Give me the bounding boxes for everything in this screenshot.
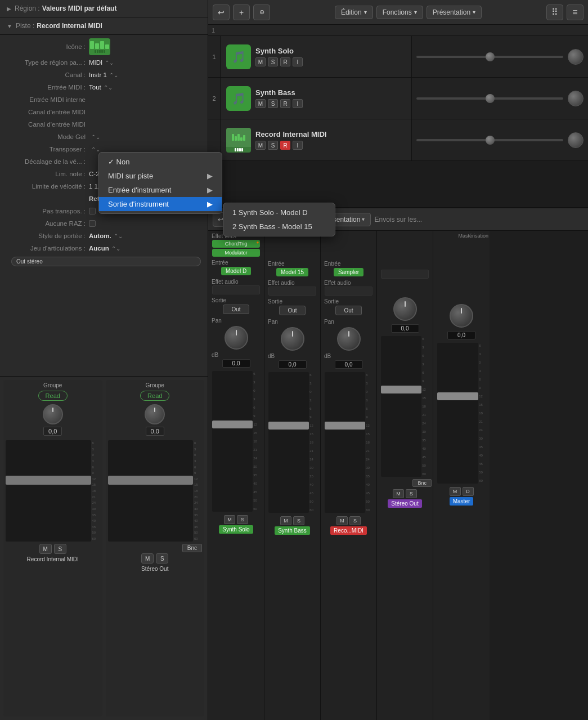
ch-name-3[interactable]: Reco...MIDI (330, 526, 367, 535)
add-btn[interactable]: + (233, 5, 250, 20)
sortie-badge-3[interactable]: Out (335, 306, 361, 315)
left-ch1-pan-knob[interactable] (43, 404, 63, 424)
ch-name-1[interactable]: Synth Solo (219, 525, 253, 534)
track3-r-btn[interactable]: R (280, 141, 290, 150)
presentation-btn[interactable]: Présentation ▾ (427, 6, 482, 19)
m-btn-4[interactable]: M (393, 489, 404, 498)
track1-fader[interactable] (416, 56, 563, 58)
ch-name-4[interactable]: Stéreo Out (388, 499, 421, 508)
m-btn-2[interactable]: M (280, 516, 291, 525)
track3-fader-knob[interactable] (486, 136, 495, 145)
ch-name-2[interactable]: Synth Bass (275, 526, 310, 535)
list-btn[interactable]: ≡ (567, 5, 583, 20)
left-ch2-scale: 6 3 0 3 6 9 12 15 18 21 24 30 35 40 45 5… (194, 440, 202, 542)
left-ch1-read-badge[interactable]: Read (38, 391, 68, 401)
left-ch2-m-btn[interactable]: M (141, 553, 154, 564)
track1-r-btn[interactable]: R (280, 57, 290, 66)
left-ch2-fader-track[interactable] (108, 440, 194, 542)
left-ch1-fader-track[interactable] (6, 440, 91, 542)
track3-m-btn[interactable]: M (255, 141, 266, 150)
track2-pan-knob[interactable] (568, 91, 583, 106)
track3-fader[interactable] (416, 139, 563, 141)
track1-m-btn[interactable]: M (255, 57, 266, 66)
m-btn-1[interactable]: M (224, 515, 235, 524)
track2-fader[interactable] (416, 97, 563, 100)
back-btn[interactable]: ↩ (213, 5, 230, 20)
left-ch2-pan-knob[interactable] (145, 404, 165, 424)
plugin-chordtrig[interactable]: ChordTrig (212, 240, 261, 248)
track2-i-btn[interactable]: I (293, 99, 303, 108)
submenu-item-2[interactable]: 2 Synth Bass - Model 15 (223, 220, 335, 234)
track2-fader-knob[interactable] (486, 94, 495, 103)
entree-badge-1[interactable]: Model D (221, 267, 251, 275)
envois-label: Envois sur les... (374, 216, 422, 223)
aucune-raz-checkbox[interactable] (89, 220, 96, 227)
fader-handle-master[interactable] (437, 392, 478, 400)
s-btn-3[interactable]: S (349, 516, 361, 525)
fader-handle-4[interactable] (381, 386, 422, 393)
fader-track-2[interactable] (268, 372, 309, 513)
fonctions-btn[interactable]: Fonctions ▾ (376, 6, 423, 19)
db-label-2: dB (266, 353, 275, 359)
menu-sortie-arrow: ▶ (207, 200, 213, 208)
track2-s-btn[interactable]: S (268, 99, 278, 108)
s-btn-4[interactable]: S (406, 489, 417, 498)
menu-item-entree-instrument[interactable]: Entrée d'instrument ▶ (99, 183, 222, 197)
fader-handle-2[interactable] (268, 422, 309, 430)
pan-knob-master[interactable] (450, 304, 473, 328)
left-ch1-m-btn[interactable]: M (39, 544, 52, 554)
fader-track-3[interactable] (325, 372, 366, 513)
type-region-arrow: ⌃⌄ (105, 60, 114, 66)
edition-btn[interactable]: Édition ▾ (335, 6, 373, 19)
grid-btn[interactable]: ⠿ (546, 5, 563, 20)
pas-transpos-checkbox[interactable] (89, 208, 96, 214)
menu-item-sortie-instrument[interactable]: Sortie d'instrument ▶ (99, 197, 222, 211)
track1-fader-knob[interactable] (486, 52, 495, 61)
left-ch2-db-value: 0,0 (146, 427, 164, 436)
sortie-badge-2[interactable]: Out (279, 306, 305, 315)
track-fader-1 (412, 36, 588, 77)
entree-badge-2[interactable]: Model 15 (276, 268, 308, 276)
track1-i-btn[interactable]: I (293, 57, 303, 66)
pan-knob-1[interactable] (225, 326, 248, 350)
copy-btn[interactable]: ⊕ (253, 5, 270, 20)
left-ch2-fader-handle[interactable] (108, 476, 194, 485)
left-ch1-s-btn[interactable]: S (54, 544, 66, 554)
track2-r-btn[interactable]: R (280, 99, 290, 108)
fader-track-1[interactable] (212, 371, 253, 512)
fader-handle-1[interactable] (212, 421, 253, 428)
left-ch2-s-btn[interactable]: S (156, 553, 168, 564)
m-btn-3[interactable]: M (336, 516, 348, 525)
fader-handle-3[interactable] (325, 422, 366, 430)
track-icon-display[interactable] (89, 38, 110, 55)
masterisation-label-2: Mastérisation (458, 233, 488, 239)
submenu-item-1[interactable]: 1 Synth Solo - Model D (223, 205, 335, 220)
s-btn-2[interactable]: S (293, 516, 304, 525)
left-ch2-read-badge[interactable]: Read (140, 391, 169, 401)
track1-s-btn[interactable]: S (268, 57, 278, 66)
entree-badge-3[interactable]: Sampler (334, 268, 363, 276)
track3-pan-knob[interactable] (568, 132, 583, 148)
d-btn-master[interactable]: D (463, 487, 474, 496)
track3-i-btn[interactable]: I (293, 141, 303, 150)
track2-m-btn[interactable]: M (255, 99, 266, 108)
pan-knob-2[interactable] (281, 327, 304, 351)
fader-track-master[interactable] (437, 343, 478, 484)
lim-velocity-label: Limite de vélocité : (7, 183, 86, 190)
track1-pan-knob[interactable] (568, 49, 583, 65)
menu-item-non[interactable]: ✓ Non (99, 155, 222, 169)
track3-s-btn[interactable]: S (268, 141, 278, 150)
track-row-1: 1 🎵 Synth Solo M S R I (208, 36, 588, 78)
left-ch1-fader-handle[interactable] (6, 476, 91, 485)
menu-item-midi-piste[interactable]: MIDI sur piste ▶ (99, 169, 222, 183)
track-name-3: Record Internal MIDI (255, 130, 326, 138)
pan-knob-4[interactable] (393, 297, 417, 321)
pan-knob-3[interactable] (337, 327, 361, 351)
ch-name-master[interactable]: Master (450, 497, 474, 506)
fader-track-4[interactable] (381, 336, 422, 477)
sortie-badge-1[interactable]: Out (223, 305, 249, 314)
s-btn-1[interactable]: S (237, 515, 248, 524)
plugin-modulator[interactable]: Modulator (212, 249, 261, 257)
fonctions-label: Fonctions (383, 8, 412, 16)
m-btn-master[interactable]: M (450, 487, 461, 496)
